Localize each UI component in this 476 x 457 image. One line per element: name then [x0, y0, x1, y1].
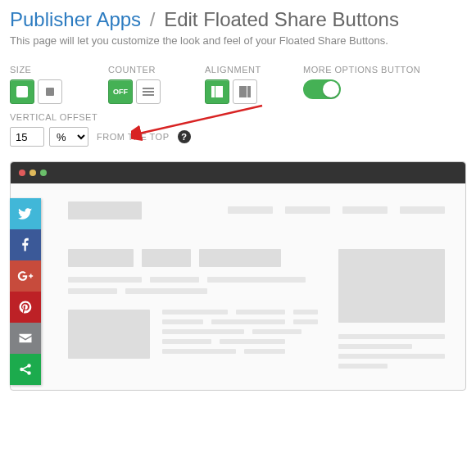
- share-twitter-button[interactable]: [10, 198, 41, 229]
- size-group: SIZE: [10, 65, 108, 104]
- square-small-icon: [46, 88, 54, 96]
- pinterest-icon: [18, 300, 33, 314]
- alignment-group: ALIGNMENT: [205, 65, 303, 104]
- page-description: This page will let you customize the loo…: [10, 34, 466, 47]
- breadcrumb-sep: /: [150, 8, 156, 30]
- share-googleplus-button[interactable]: [10, 260, 41, 292]
- preview-window: [10, 161, 466, 391]
- window-close-dot: [19, 170, 25, 176]
- share-email-button[interactable]: [10, 323, 41, 354]
- counter-group: COUNTER OFF: [108, 65, 205, 104]
- square-icon: [16, 86, 28, 97]
- off-text: OFF: [113, 88, 128, 96]
- googleplus-icon: [17, 268, 34, 284]
- lines-icon: [143, 88, 154, 96]
- window-title-bar: [11, 162, 465, 183]
- window-max-dot: [40, 170, 47, 176]
- annotation-arrow-icon: [131, 102, 279, 143]
- alignment-label: ALIGNMENT: [205, 65, 303, 75]
- facebook-icon: [18, 238, 33, 252]
- vertical-offset-input[interactable]: [10, 127, 44, 147]
- align-left-icon: [211, 86, 223, 97]
- preview-content: [52, 195, 452, 380]
- options-row: SIZE COUNTER OFF ALIGNMENT MORE OPTIONS …: [10, 65, 466, 104]
- share-facebook-button[interactable]: [10, 229, 41, 260]
- counter-on-button[interactable]: [136, 79, 161, 104]
- share-pinterest-button[interactable]: [10, 292, 41, 323]
- toggle-knob: [323, 81, 339, 97]
- twitter-icon: [18, 206, 33, 221]
- align-right-icon: [239, 86, 251, 97]
- counter-off-button[interactable]: OFF: [108, 79, 133, 104]
- window-min-dot: [29, 170, 36, 176]
- svg-line-1: [139, 106, 262, 133]
- size-large-button[interactable]: [10, 79, 34, 104]
- vertical-offset-unit-select[interactable]: %: [49, 127, 88, 147]
- email-icon: [18, 331, 33, 346]
- breadcrumb-current: Edit Floated Share Buttons: [164, 8, 399, 30]
- more-options-label: MORE OPTIONS BUTTON: [303, 65, 451, 75]
- size-small-button[interactable]: [38, 79, 62, 104]
- breadcrumb-root-link[interactable]: Publisher Apps: [10, 8, 141, 30]
- sharethis-icon: [18, 362, 33, 377]
- more-options-group: MORE OPTIONS BUTTON: [303, 65, 451, 104]
- page-title: Publisher Apps / Edit Floated Share Butt…: [10, 8, 466, 31]
- align-left-button[interactable]: [205, 79, 229, 104]
- more-options-toggle[interactable]: [303, 79, 341, 99]
- share-sharethis-button[interactable]: [10, 354, 41, 385]
- align-right-button[interactable]: [233, 79, 257, 104]
- size-label: SIZE: [10, 65, 108, 75]
- counter-label: COUNTER: [108, 65, 205, 75]
- floated-share-column: [10, 198, 41, 385]
